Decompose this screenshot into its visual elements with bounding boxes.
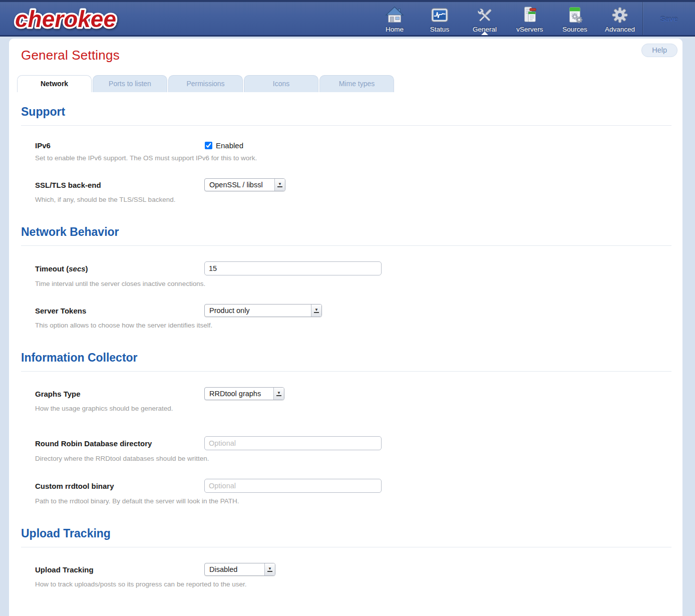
- field-label: Upload Tracking: [35, 565, 204, 574]
- save-area: Save: [642, 2, 695, 35]
- nav-label: vServers: [516, 26, 543, 33]
- nav-label: Home: [386, 26, 404, 33]
- section-divider: [21, 245, 671, 246]
- section-upload-tracking: Upload Tracking Upload Tracking Disabled…: [21, 527, 671, 588]
- section-title: Support: [21, 105, 671, 119]
- tab-icons[interactable]: Icons: [244, 75, 318, 92]
- dropdown-arrow-icon: ▼: [273, 388, 284, 400]
- ssl-backend-select[interactable]: OpenSSL / libssl ▼: [204, 178, 285, 191]
- section-network-behavior: Network Behavior Timeout (secs) Time int…: [21, 225, 671, 329]
- field-ssl-tls-backend: SSL/TLS back-end OpenSSL / libssl ▼ Whic…: [35, 178, 671, 203]
- select-value: RRDtool graphs: [209, 390, 261, 398]
- content-panel: General Settings Help Network Ports to l…: [9, 39, 682, 616]
- section-support: Support IPv6 Enabled Set to enable the I…: [21, 105, 671, 203]
- cherokee-logo: cherokee: [0, 2, 146, 35]
- select-value: OpenSSL / libssl: [209, 181, 263, 189]
- nav-sources[interactable]: Sources: [552, 2, 597, 35]
- timeout-input[interactable]: [204, 261, 382, 275]
- field-label: SSL/TLS back-end: [35, 181, 204, 189]
- checkbox-label: Enabled: [216, 141, 243, 150]
- field-upload-tracking: Upload Tracking Disabled ▼ How to track …: [35, 563, 671, 588]
- field-server-tokens: Server Tokens Product only ▼ This option…: [35, 304, 671, 329]
- field-description: Path to the rrdtool binary. By default t…: [35, 497, 671, 505]
- field-label: Server Tokens: [35, 306, 204, 315]
- nav-label: Sources: [562, 26, 587, 33]
- section-title: Information Collector: [21, 351, 671, 365]
- dropdown-arrow-icon: ▼: [274, 179, 285, 191]
- select-value: Disabled: [209, 565, 237, 573]
- tab-ports-to-listen[interactable]: Ports to listen: [93, 75, 167, 92]
- field-label: Graphs Type: [35, 390, 204, 398]
- logo-text: cherokee: [15, 6, 116, 32]
- field-description: How to track uploads/posts so its progre…: [35, 580, 671, 588]
- tab-permissions[interactable]: Permissions: [168, 75, 243, 92]
- advanced-icon: [610, 5, 629, 25]
- field-rrd-directory: Round Robin Database directory Directory…: [35, 436, 671, 462]
- tab-network[interactable]: Network: [17, 75, 92, 92]
- nav-general[interactable]: General: [462, 2, 507, 35]
- field-description: Set to enable the IPv6 support. The OS m…: [35, 154, 671, 162]
- top-header-bar: cherokee Home: [0, 0, 695, 37]
- settings-tab-bar: Network Ports to listen Permissions Icon…: [17, 75, 682, 92]
- field-description: Time interval until the server closes in…: [35, 280, 671, 287]
- section-title: Upload Tracking: [21, 527, 671, 540]
- dropdown-arrow-icon: ▼: [264, 563, 275, 575]
- field-ipv6: IPv6 Enabled Set to enable the IPv6 supp…: [35, 141, 671, 162]
- field-description: How the usage graphics should be generat…: [35, 405, 671, 412]
- field-label: Timeout (secs): [35, 264, 204, 273]
- status-icon: [430, 5, 449, 25]
- page-title: General Settings: [9, 39, 682, 63]
- ipv6-enabled-checkbox[interactable]: [205, 142, 212, 149]
- select-value: Product only: [209, 306, 250, 315]
- field-description: This option allows to choose how the ser…: [35, 322, 671, 329]
- nav-vservers[interactable]: vServers: [507, 2, 552, 35]
- section-divider: [21, 125, 671, 126]
- help-button[interactable]: Help: [641, 44, 677, 57]
- nav-label: General: [473, 26, 497, 33]
- rrd-directory-input[interactable]: [204, 436, 382, 450]
- cherokee-logo-svg: cherokee: [13, 5, 146, 35]
- upload-tracking-select[interactable]: Disabled ▼: [204, 563, 275, 576]
- main-navigation: Home Status: [372, 2, 642, 35]
- network-tab-content: Support IPv6 Enabled Set to enable the I…: [9, 92, 682, 588]
- label-part: ): [86, 264, 88, 273]
- tab-mime-types[interactable]: Mime types: [319, 75, 394, 92]
- graphs-type-select[interactable]: RRDtool graphs ▼: [204, 387, 284, 400]
- field-timeout: Timeout (secs) Time interval until the s…: [35, 261, 671, 287]
- nav-status[interactable]: Status: [417, 2, 462, 35]
- vservers-icon: [520, 5, 539, 25]
- section-divider: [21, 371, 671, 372]
- sources-icon: [565, 5, 584, 25]
- field-label: Round Robin Database directory: [35, 439, 204, 448]
- field-label: IPv6: [35, 141, 204, 150]
- general-icon: [475, 5, 494, 25]
- rrdtool-binary-input[interactable]: [204, 479, 382, 493]
- section-title: Network Behavior: [21, 225, 671, 239]
- field-custom-rrdtool-binary: Custom rrdtool binary Path to the rrdtoo…: [35, 479, 671, 505]
- home-icon: [385, 5, 404, 25]
- section-information-collector: Information Collector Graphs Type RRDtoo…: [21, 351, 671, 505]
- field-description: Directory where the RRDtool databases sh…: [35, 455, 671, 462]
- field-description: Which, if any, should be the TLS/SSL bac…: [35, 196, 671, 203]
- field-label: Custom rrdtool binary: [35, 482, 204, 490]
- label-part: Timeout (: [35, 264, 69, 273]
- nav-label: Advanced: [605, 26, 635, 33]
- label-part-italic: secs: [69, 264, 85, 273]
- field-graphs-type: Graphs Type RRDtool graphs ▼ How the usa…: [35, 387, 671, 412]
- save-button[interactable]: Save: [660, 15, 677, 23]
- server-tokens-select[interactable]: Product only ▼: [204, 304, 322, 317]
- section-divider: [21, 547, 671, 547]
- dropdown-arrow-icon: ▼: [311, 304, 321, 317]
- nav-label: Status: [430, 26, 449, 33]
- nav-advanced[interactable]: Advanced: [597, 2, 642, 35]
- nav-home[interactable]: Home: [372, 2, 417, 35]
